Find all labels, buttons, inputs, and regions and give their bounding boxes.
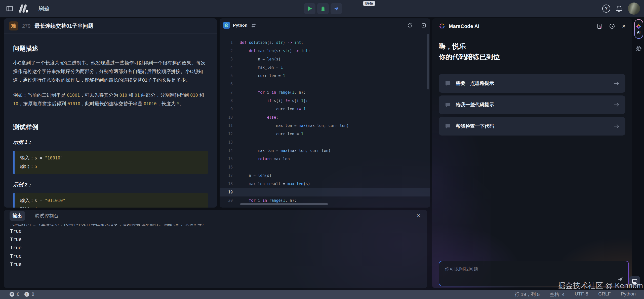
code-line[interactable]: 2 def max_len(s: str) -> int: bbox=[220, 47, 430, 55]
help-icon[interactable]: ? bbox=[602, 5, 610, 13]
token: solution bbox=[249, 40, 267, 45]
token: 1 bbox=[292, 90, 294, 95]
rail-debug-icon[interactable] bbox=[635, 45, 642, 52]
code-line[interactable]: 1def solution(s: str) -> int: bbox=[220, 39, 430, 47]
code-line[interactable]: 15 return max_len bbox=[220, 155, 430, 163]
token: len bbox=[258, 173, 265, 178]
console-clipped-line: 代码运行中...（温馨提示：代码中不允许存在输入指令，否则将会阻塞运行。例如 c… bbox=[10, 224, 421, 227]
code-line[interactable]: 5 curr_len = 1 bbox=[220, 72, 430, 80]
history-icon[interactable] bbox=[609, 23, 615, 29]
marscode-logo[interactable] bbox=[18, 4, 29, 13]
code-line[interactable]: 4 max_len = 1 bbox=[220, 63, 430, 72]
inline-code: 5 bbox=[177, 101, 180, 106]
code-line[interactable]: 16 bbox=[220, 163, 430, 172]
indent-guide bbox=[249, 138, 249, 147]
chat-bubble-icon bbox=[445, 80, 451, 86]
bell-icon[interactable] bbox=[616, 5, 622, 12]
code-line[interactable]: 10 else: bbox=[220, 113, 430, 122]
chat-input[interactable]: 你可以问我问题 bbox=[439, 261, 628, 286]
line-number: 15 bbox=[220, 155, 233, 163]
eol-setting[interactable]: CRLF bbox=[598, 291, 611, 298]
code-text: max_len = max(max_len, curr_len) bbox=[233, 147, 430, 155]
code-line[interactable]: 7 for i in range(1, n): bbox=[220, 88, 430, 97]
line-number: 13 bbox=[220, 138, 233, 147]
line-number: 1 bbox=[220, 39, 233, 47]
example-quote: 输入：s = "011010" 输出：4 bbox=[13, 193, 208, 208]
line-number: 14 bbox=[220, 147, 233, 155]
python-icon bbox=[223, 22, 230, 29]
code-line[interactable]: 17 n = len(s) bbox=[220, 172, 430, 180]
indent-guide bbox=[240, 88, 240, 97]
inline-code: 01010 bbox=[144, 101, 156, 106]
language-mode[interactable]: Python bbox=[621, 291, 636, 298]
warnings-icon[interactable]: ! bbox=[24, 292, 29, 297]
ai-suggestion-card[interactable]: 需要一点思路提示 bbox=[439, 74, 625, 93]
code-line[interactable]: 14 max_len = max(max_len, curr_len) bbox=[220, 147, 430, 155]
token: (s: bbox=[267, 40, 276, 45]
beta-badge: Beta bbox=[363, 1, 375, 6]
errors-icon[interactable]: ✕ bbox=[10, 292, 14, 297]
run-button[interactable] bbox=[304, 3, 315, 14]
sidebar-toggle-icon[interactable] bbox=[6, 5, 13, 12]
debug-button[interactable] bbox=[317, 3, 329, 14]
ai-rail-button[interactable]: AI bbox=[634, 19, 643, 39]
problem-panel: 难 279 最长连续交替01子串问题 问题描述 小C拿到了一个长度为n的二进制串… bbox=[4, 18, 217, 208]
token: (s: bbox=[274, 49, 283, 53]
samples-heading: 测试样例 bbox=[13, 123, 208, 131]
indent-guide bbox=[249, 113, 249, 122]
token: max_len = bbox=[240, 65, 281, 70]
indent-guide bbox=[240, 188, 240, 196]
code-line[interactable]: 11 max_len = max(max_len, curr_len) bbox=[220, 122, 430, 130]
console-close-icon[interactable]: ✕ bbox=[416, 213, 421, 219]
code-text: curr_len += 1 bbox=[233, 105, 430, 113]
code-line[interactable]: 12 curr_len = 1 bbox=[220, 130, 430, 138]
token: str bbox=[276, 40, 283, 45]
code-line[interactable]: 3 n = len(s) bbox=[220, 55, 430, 63]
problem-title: 最长连续交替01子串问题 bbox=[34, 22, 93, 29]
encoding[interactable]: UTF-8 bbox=[575, 291, 588, 298]
avatar[interactable] bbox=[628, 3, 640, 15]
code-line[interactable]: 19 bbox=[220, 188, 430, 196]
indent-setting[interactable]: 空格: 4 bbox=[550, 291, 565, 298]
ai-suggestion-card[interactable]: 帮我检查一下代码 bbox=[439, 117, 625, 136]
code-line[interactable]: 13 bbox=[220, 138, 430, 147]
switch-language-icon[interactable] bbox=[251, 23, 256, 27]
horizontal-scrollbar[interactable] bbox=[240, 203, 328, 205]
indent-guide bbox=[240, 196, 240, 205]
ai-close-icon[interactable]: ✕ bbox=[622, 23, 626, 29]
errors-count[interactable]: 0 bbox=[17, 292, 19, 297]
console-tab-output[interactable]: 输出 bbox=[10, 211, 25, 221]
token: def bbox=[249, 49, 256, 53]
new-chat-icon[interactable] bbox=[596, 23, 602, 29]
token: n = bbox=[240, 173, 258, 178]
text-segment: 例如：当前的二进制串是 bbox=[13, 92, 67, 98]
submit-button[interactable]: Beta bbox=[331, 3, 342, 14]
cursor-position[interactable]: 行 19，列 5 bbox=[515, 291, 540, 298]
indent-guide bbox=[267, 122, 267, 130]
code-line[interactable]: 8 if s[i] != s[i-1]: bbox=[220, 97, 430, 105]
code-line[interactable]: 18 max_len_result = max_len(s) bbox=[220, 180, 430, 188]
compare-icon[interactable] bbox=[421, 23, 427, 28]
token: int bbox=[301, 49, 308, 53]
reset-code-icon[interactable] bbox=[407, 23, 413, 28]
indent-guide bbox=[240, 180, 240, 188]
token: curr_len = bbox=[240, 74, 283, 78]
inline-code: 010 bbox=[119, 93, 127, 98]
inline-code: 10 bbox=[13, 101, 18, 106]
indent-guide bbox=[240, 80, 240, 88]
vertical-scrollbar[interactable] bbox=[427, 34, 429, 89]
token: in bbox=[271, 90, 276, 95]
ai-suggestion-card[interactable]: 给我一些代码提示 bbox=[439, 95, 625, 114]
problem-id: 279 bbox=[22, 23, 30, 29]
line-number: 7 bbox=[220, 88, 233, 97]
token: int bbox=[294, 40, 301, 45]
code-line[interactable]: 6 bbox=[220, 80, 430, 88]
code-line[interactable]: 9 curr_len += 1 bbox=[220, 105, 430, 113]
chat-send-icon[interactable] bbox=[617, 276, 623, 282]
bottom-panel-toggle[interactable] bbox=[629, 276, 640, 287]
text-segment: ，长度为 bbox=[156, 101, 177, 106]
code-area[interactable]: 1def solution(s: str) -> int:2 def max_l… bbox=[220, 39, 430, 208]
console-tab-debug[interactable]: 调试控制台 bbox=[32, 211, 62, 221]
warnings-count[interactable]: 0 bbox=[32, 292, 34, 297]
bug-icon bbox=[320, 6, 326, 11]
